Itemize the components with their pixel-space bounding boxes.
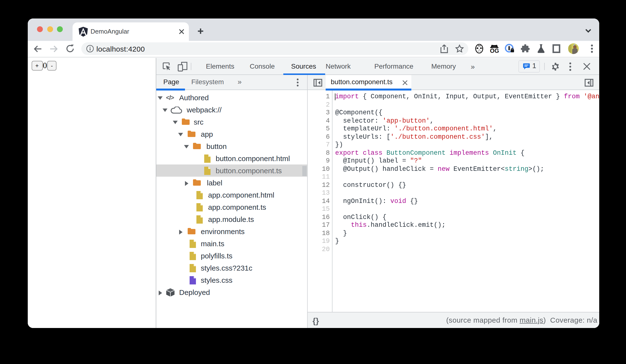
svg-text:OG: OG xyxy=(490,47,499,53)
